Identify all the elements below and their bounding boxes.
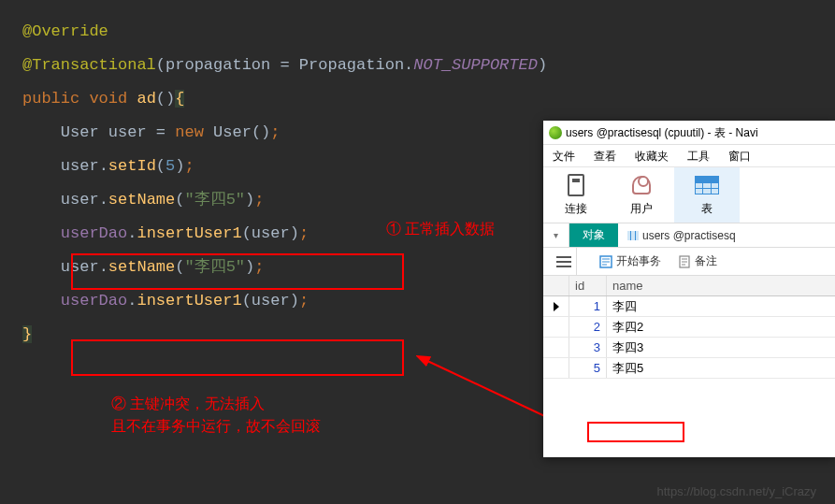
sub-toolbar: 开始事务 备注 [543,248,835,276]
navicat-window: users @practisesql (cpuutil) - 表 - Navi … [543,121,835,457]
begin-tx-button[interactable]: 开始事务 [599,253,661,269]
current-row-marker-icon [554,302,559,311]
tabs-chevron[interactable]: ▾ [543,223,569,247]
tab-objects[interactable]: 对象 [569,223,618,247]
annotation-transactional: @Transactional [22,56,156,74]
window-title: users @practisesql (cpuutil) - 表 - Navi [566,121,758,145]
menu-file[interactable]: 文件 [553,145,575,166]
annotation-note-1: ① 正常插入数据 [386,220,495,239]
col-name[interactable]: name [607,276,835,295]
memo-icon [678,255,691,268]
table-icon [695,176,719,194]
tabs-row: ▾ 对象 users @practisesq [543,223,835,248]
memo-button[interactable]: 备注 [678,253,717,269]
window-titlebar: users @practisesql (cpuutil) - 表 - Navi [543,121,835,145]
toolbar-connection-button[interactable]: 连接 [543,167,609,223]
annotation-note-2: ② 主键冲突，无法插入 且不在事务中运行，故不会回滚 [111,393,321,438]
table-row[interactable]: 5 李四5 [543,358,835,379]
grid-header: id name [543,276,835,296]
toolbar-table-button[interactable]: 表 [674,167,740,223]
table-row[interactable]: 3 李四3 [543,338,835,358]
col-id[interactable]: id [569,276,607,295]
menu-fav[interactable]: 收藏夹 [635,145,669,166]
data-grid[interactable]: id name 1 李四 2 李四2 3 李四3 5 李四5 [543,276,835,379]
main-toolbar: 连接 用户 表 [543,167,835,223]
menu-tool[interactable]: 工具 [687,145,710,166]
tx-icon [599,255,612,268]
table-small-icon [627,231,639,240]
table-row[interactable]: 2 李四2 [543,317,835,338]
hamburger-button[interactable] [551,248,577,275]
menu-bar: 文件 查看 收藏夹 工具 窗口 [543,145,835,167]
closing-brace: } [22,325,32,343]
annotation-override: @Override [22,22,108,40]
hamburger-icon [556,256,571,267]
menu-view[interactable]: 查看 [594,145,616,166]
tab-users-table[interactable]: users @practisesq [618,223,745,247]
menu-window[interactable]: 窗口 [728,145,751,166]
table-row[interactable]: 1 李四 [543,296,835,317]
app-icon [549,126,562,139]
connection-icon [568,174,584,196]
user-icon [632,176,651,194]
watermark: https://blog.csdn.net/y_iCrazy [656,484,816,498]
toolbar-user-button[interactable]: 用户 [609,167,674,223]
